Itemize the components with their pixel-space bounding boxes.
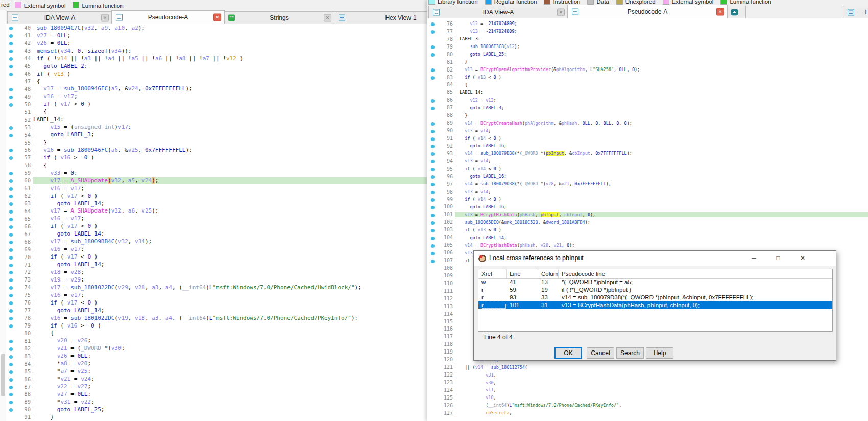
code-line[interactable]: 51 { <box>6 108 427 115</box>
code-line[interactable]: 68 v17 = sub_18009BB4C(v32, v34); <box>6 238 427 245</box>
tab-strings[interactable]: ""Strings✕ <box>224 11 335 24</box>
code-line[interactable]: 42v26 = 0LL; <box>6 39 427 47</box>
tab-hex-view-1[interactable]: Hex View-1 <box>334 11 427 24</box>
tab-close-icon[interactable]: ✕ <box>557 9 565 16</box>
tab-close-icon[interactable]: ✕ <box>324 14 331 21</box>
code-line[interactable]: 88 } <box>427 111 868 119</box>
code-line[interactable]: 78LABEL_3: <box>427 35 868 43</box>
tab-ida-view-a[interactable]: IDA View-A✕ <box>428 6 568 18</box>
code-line[interactable]: 85 *a7 = v25; <box>6 367 427 375</box>
code-line[interactable]: 46if ( v13 ) <box>6 70 427 78</box>
code-line[interactable]: 79 sub_18006E3C8(v12); <box>427 43 868 51</box>
code-line[interactable]: 56 v16 = sub_1800946FC(a6, &v25, 0x7FFFF… <box>6 146 427 154</box>
code-line[interactable]: 89 v14 = BCryptCreateHash(phAlgorithm, &… <box>427 119 868 127</box>
column-header-line[interactable]: Line <box>507 269 538 278</box>
search-button[interactable]: Search <box>616 347 644 359</box>
code-line[interactable]: 40sub_180094C7C(v32, a9, a10, a2); <box>6 24 427 32</box>
code-line[interactable]: 49 v16 = v17; <box>6 92 427 100</box>
pseudocode-pane-left[interactable]: 40sub_180094C7C(v32, a9, a10, a2);41v27 … <box>6 24 427 421</box>
code-line[interactable]: 97 v14 = sub_180079D38(*(_QWORD *)v28, &… <box>427 180 868 188</box>
code-line[interactable]: 57 if ( v16 >= 0 ) <box>6 154 427 161</box>
tab-eye-icon[interactable] <box>727 6 746 18</box>
code-line[interactable]: 86 *v21 = v24; <box>6 375 427 383</box>
code-line[interactable]: 125 v10, <box>427 394 868 402</box>
minimize-icon[interactable]: ─ <box>743 251 764 265</box>
code-line[interactable]: 86 v12 = v13; <box>427 96 868 104</box>
code-line[interactable]: 92 goto LABEL_16; <box>427 142 868 150</box>
code-line[interactable]: 82 v21 = (_DWORD *)v30; <box>6 344 427 352</box>
code-line[interactable]: 127 cbSecreta, <box>427 409 868 417</box>
xref-table[interactable]: XrefLineColumnPseudocode linew4113*(_QWO… <box>478 269 833 332</box>
code-line[interactable]: 87 v22 = v27; <box>6 383 427 390</box>
code-line[interactable]: 100 goto LABEL_16; <box>427 203 868 211</box>
tab-ida-view-a[interactable]: IDA View-A✕ <box>7 11 112 24</box>
code-line[interactable]: 62 if ( v17 < 0 ) <box>6 192 427 200</box>
code-line[interactable]: 75 v16 = v17; <box>6 291 427 299</box>
code-line[interactable]: 123 v30, <box>427 379 868 386</box>
code-line[interactable]: 83 if ( v13 < 0 ) <box>427 74 868 81</box>
code-line[interactable]: 63 goto LABEL_14; <box>6 200 427 207</box>
code-line[interactable]: 80 goto LABEL_25; <box>427 51 868 58</box>
tab-close-icon[interactable]: ✕ <box>101 14 109 21</box>
tab-hex-vi[interactable]: Hex Vi <box>843 6 868 18</box>
code-line[interactable]: 85LABEL_14: <box>427 88 868 96</box>
strip-scrollbar-thumb[interactable] <box>1 354 5 396</box>
code-line[interactable]: 93 v14 = sub_180079D38(*(_QWORD *)pbInpu… <box>427 150 868 157</box>
code-line[interactable]: 53 v15 = (unsigned int)v17; <box>6 123 427 131</box>
code-line[interactable]: 94 v13 = v14; <box>427 157 868 165</box>
code-line[interactable]: 122 v31, <box>427 371 868 379</box>
code-line[interactable]: 65 v16 = v17; <box>6 215 427 222</box>
code-line[interactable]: 81 } <box>427 58 868 66</box>
code-line[interactable]: 83 v26 = 0LL; <box>6 352 427 360</box>
code-line[interactable]: 70 if ( v17 < 0 ) <box>6 253 427 261</box>
code-line[interactable]: 45 goto LABEL_2; <box>6 62 427 70</box>
code-line[interactable]: 52LABEL_14: <box>6 115 427 123</box>
code-line[interactable]: 78 v16 = sub_1801022DC(v19, v18, a3, a4,… <box>6 314 427 322</box>
code-line[interactable]: 88 v27 = 0LL; <box>6 390 427 398</box>
code-line[interactable]: 79 if ( v16 >= 0 ) <box>6 322 427 330</box>
code-line[interactable]: 81 v20 = v26; <box>6 337 427 344</box>
code-line[interactable]: 104 goto LABEL_14; <box>427 233 868 241</box>
code-line[interactable]: 101 v13 = BCryptHashData(phHash, pbInput… <box>427 211 868 218</box>
code-line[interactable]: 91 if ( v14 < 0 ) <box>427 134 868 142</box>
dialog-titlebar[interactable]: Local cross references to pbInput ─ □ ✕ <box>474 251 836 266</box>
code-line[interactable]: 76 if ( v17 < 0 ) <box>6 299 427 307</box>
code-line[interactable]: 71 goto LABEL_14; <box>6 261 427 268</box>
code-line[interactable]: 74 v17 = sub_1801022DC(v29, v28, a3, a4,… <box>6 284 427 291</box>
code-line[interactable]: 84 { <box>427 81 868 89</box>
code-line[interactable]: 124 v11, <box>427 386 868 394</box>
code-line[interactable]: 89 *v31 = v22; <box>6 398 427 406</box>
table-row[interactable]: w4113*(_QWORD *)pbInput = a5; <box>478 278 832 286</box>
code-line[interactable]: 87 goto LABEL_3; <box>427 104 868 111</box>
code-line[interactable]: 48 v17 = sub_1800946FC(a5, &v24, 0x7FFFF… <box>6 85 427 93</box>
tab-pseudocode-a[interactable]: Pseudocode-A✕ <box>567 5 728 18</box>
code-line[interactable]: 103 if ( v13 < 0 ) <box>427 226 868 233</box>
code-line[interactable]: 73 v19 = v29; <box>6 276 427 284</box>
code-line[interactable]: 102 sub_180065DE0(&unk_18018C520, &dword… <box>427 218 868 226</box>
code-line[interactable]: 84 *a8 = v20; <box>6 360 427 367</box>
tab-close-icon[interactable]: ✕ <box>213 13 221 21</box>
column-header-column[interactable]: Column <box>538 269 559 278</box>
code-line[interactable]: 105 v14 = BCryptHashData(phHash, v28, v2… <box>427 241 868 249</box>
code-line[interactable]: 43memset(v34, 0, sizeof(v34)); <box>6 47 427 55</box>
help-button[interactable]: Help <box>646 347 673 359</box>
table-row[interactable]: r9333v14 = sub_180079D38(*(_QWORD *)pbIn… <box>478 294 832 301</box>
cancel-button[interactable]: Cancel <box>587 347 614 359</box>
code-line[interactable]: 69 v16 = v17; <box>6 245 427 253</box>
code-line[interactable]: 95 if ( v14 < 0 ) <box>427 165 868 173</box>
column-header-xref[interactable]: Xref <box>478 269 507 278</box>
code-line[interactable]: 82 v13 = BCryptOpenAlgorithmProvider(&ph… <box>427 66 868 74</box>
code-line[interactable]: 98 v13 = v14; <box>427 188 868 196</box>
code-line[interactable]: 54 goto LABEL_3; <box>6 131 427 138</box>
column-header-pseudocode-line[interactable]: Pseudocode line <box>559 269 832 278</box>
code-line[interactable]: 77 goto LABEL_14; <box>6 307 427 314</box>
code-line[interactable]: 58 { <box>6 161 427 169</box>
code-line[interactable]: 90 goto LABEL_25; <box>6 406 427 413</box>
tab-pseudocode-a[interactable]: Pseudocode-A✕ <box>111 10 225 24</box>
maximize-icon[interactable]: □ <box>767 251 789 265</box>
code-line[interactable]: 41v27 = 0LL; <box>6 32 427 39</box>
code-line[interactable]: 55 } <box>6 138 427 146</box>
ok-button[interactable]: OK <box>554 347 582 359</box>
code-line[interactable]: 60 v17 = A_SHAUpdate(v32, a5, v24); <box>6 177 427 184</box>
code-line[interactable]: 50 if ( v17 < 0 ) <box>6 100 427 108</box>
